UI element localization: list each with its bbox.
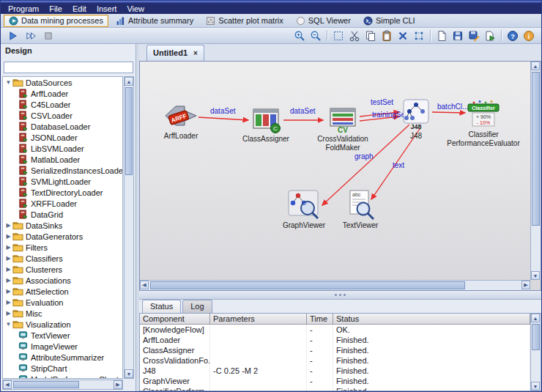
paste-button[interactable]	[379, 29, 395, 42]
toolbar-separator	[327, 30, 327, 41]
tree-category-DataSources[interactable]: ▼DataSources	[3, 77, 122, 88]
tab-untitled1[interactable]: Untitled1×	[146, 45, 204, 61]
tree-item-TextViewer[interactable]: TextViewer	[3, 330, 122, 341]
tree-category-Associations[interactable]: ▶Associations	[3, 275, 122, 286]
cut-button[interactable]	[346, 29, 363, 42]
scrollbar-thumb[interactable]	[13, 381, 79, 388]
expand-toggle-icon[interactable]: ▶	[4, 233, 12, 240]
scrollbar-thumb[interactable]	[532, 72, 540, 226]
expand-toggle-icon[interactable]: ▶	[4, 299, 12, 306]
collapse-toggle-icon[interactable]: ▼	[4, 321, 12, 328]
tree-category-Visualization[interactable]: ▼Visualization	[3, 319, 122, 330]
tree-category-Evaluation[interactable]: ▶Evaluation	[3, 297, 122, 308]
column-header-status[interactable]: Status	[333, 314, 530, 324]
perspective-data-mining-processes[interactable]: Data mining processes	[4, 15, 108, 27]
expand-toggle-icon[interactable]: ▶	[4, 266, 12, 273]
new-flow-button[interactable]	[434, 29, 450, 42]
scroll-up-button[interactable]: ▲	[125, 77, 133, 86]
flow-node-classassigner[interactable]: C ClassAssigner	[233, 107, 299, 144]
scroll-up-button[interactable]: ▲	[531, 62, 540, 70]
scroll-up-button[interactable]: ▲	[531, 314, 540, 322]
tab-close-icon[interactable]: ×	[193, 49, 198, 57]
tree-item-DatabaseLoader[interactable]: DatabaseLoader	[3, 121, 122, 132]
tree-item-SVMLightLoader[interactable]: SVMLightLoader	[3, 176, 122, 187]
tree-category-DataSinks[interactable]: ▶DataSinks	[3, 220, 122, 231]
tree-category-DataGenerators[interactable]: ▶DataGenerators	[3, 231, 122, 242]
tree-item-StripChart[interactable]: StripChart	[3, 363, 122, 374]
tree-category-AttSelection[interactable]: ▶AttSelection	[3, 286, 122, 297]
scroll-left-button[interactable]: ◀	[3, 380, 12, 389]
scroll-down-button[interactable]: ▼	[125, 369, 133, 378]
expand-toggle-icon[interactable]: ▶	[4, 288, 12, 295]
perspective-scatter-plot-matrix[interactable]: Scatter plot matrix	[201, 15, 289, 27]
stop-button[interactable]	[40, 29, 56, 42]
save-as-button[interactable]	[466, 29, 482, 42]
flow-node-arffloader[interactable]: ARFF ArffLoader	[148, 101, 214, 141]
snap-to-grid-button[interactable]	[411, 29, 427, 42]
delete-button[interactable]	[395, 29, 411, 42]
about-button[interactable]: i	[521, 29, 537, 42]
tree-category-Filters[interactable]: ▶Filters	[3, 242, 122, 253]
tree-category-Clusterers[interactable]: ▶Clusterers	[3, 264, 122, 275]
tree-item-SerializedInstancesLoader[interactable]: SerializedInstancesLoader	[3, 165, 122, 176]
collapse-toggle-icon[interactable]: ▼	[4, 79, 12, 86]
column-header-component[interactable]: Component	[140, 314, 210, 324]
delete-icon	[397, 30, 409, 42]
scrollbar-thumb[interactable]	[150, 281, 465, 289]
expand-toggle-icon[interactable]: ▶	[4, 222, 12, 229]
run-button[interactable]	[5, 29, 21, 42]
component-search-input[interactable]	[4, 62, 133, 73]
tree-item-DataGrid[interactable]: DataGrid	[3, 209, 122, 220]
expand-toggle-icon[interactable]: ▶	[4, 310, 12, 317]
load-button[interactable]	[482, 29, 498, 42]
tree-category-Misc[interactable]: ▶Misc	[3, 308, 122, 319]
menu-insert[interactable]: Insert	[92, 4, 122, 13]
tree-category-Classifiers[interactable]: ▶Classifiers	[3, 253, 122, 264]
svg-text:C: C	[273, 125, 278, 132]
expand-toggle-icon[interactable]: ▶	[4, 244, 12, 251]
run-parallel-button[interactable]	[23, 29, 39, 42]
menu-program[interactable]: Program	[3, 4, 44, 13]
save-button[interactable]	[450, 29, 466, 42]
perspective-sql-viewer[interactable]: SQL Viewer	[291, 15, 356, 27]
menu-edit[interactable]: Edit	[67, 4, 92, 13]
scroll-down-button[interactable]: ▼	[531, 382, 540, 391]
zoom-in-button[interactable]	[292, 29, 308, 42]
expand-toggle-icon[interactable]: ▶	[4, 255, 12, 262]
tree-item-CSVLoader[interactable]: CSVLoader	[3, 110, 122, 121]
tree-item-ModelPerformanceChart[interactable]: ModelPerformanceChart	[3, 374, 122, 379]
scroll-right-button[interactable]: ▶	[521, 281, 530, 289]
menu-file[interactable]: File	[44, 4, 67, 13]
column-header-time[interactable]: Time	[307, 314, 333, 324]
column-header-parameters[interactable]: Parameters	[210, 314, 307, 324]
tree-item-C45Loader[interactable]: C45Loader	[3, 99, 122, 110]
scrollbar-thumb[interactable]	[125, 87, 133, 175]
flow-node-classifierperformanceevaluator[interactable]: Classifier + 90% - 10% Classifier Perfor…	[437, 100, 530, 148]
tab-log[interactable]: Log	[182, 300, 212, 313]
help-button[interactable]: ?	[505, 29, 521, 42]
flow-node-textviewer[interactable]: abc TextViewer	[327, 189, 393, 230]
tree-item-MatlabLoader[interactable]: MatlabLoader	[3, 154, 122, 165]
scroll-down-button[interactable]: ▼	[531, 271, 540, 280]
perspective-simple-cli[interactable]: Simple CLI	[358, 15, 420, 27]
scroll-left-button[interactable]: ◀	[140, 281, 149, 289]
expand-toggle-icon[interactable]: ▶	[4, 277, 12, 284]
tree-item-TextDirectoryLoader[interactable]: TextDirectoryLoader	[3, 187, 122, 198]
menu-view[interactable]: View	[122, 4, 149, 13]
scroll-right-button[interactable]: ▶	[114, 380, 122, 389]
status-splitter[interactable]	[139, 291, 541, 300]
copy-button[interactable]	[363, 29, 379, 42]
perspective-attribute-summary[interactable]: Attribute summary	[111, 15, 198, 27]
tree-item-XRFFLoader[interactable]: XRFFLoader	[3, 198, 122, 209]
flow-canvas[interactable]: dataSet dataSet testSet trainingSet batc…	[139, 61, 541, 291]
flow-node-crossvalidationfoldmaker[interactable]: CV CrossValidation FoldMaker	[310, 107, 376, 152]
tree-item-LibSVMLoader[interactable]: LibSVMLoader	[3, 143, 122, 154]
zoom-out-button[interactable]	[308, 29, 324, 42]
scrollbar-thumb[interactable]	[532, 324, 540, 350]
tree-item-ArffLoader[interactable]: ArffLoader	[3, 88, 122, 99]
tree-item-AttributeSummarizer[interactable]: AttributeSummarizer	[3, 352, 122, 363]
select-all-button[interactable]	[330, 29, 346, 42]
tab-status[interactable]: Status	[142, 300, 181, 313]
tree-item-JSONLoader[interactable]: JSONLoader	[3, 132, 122, 143]
tree-item-ImageViewer[interactable]: ImageViewer	[3, 341, 122, 352]
